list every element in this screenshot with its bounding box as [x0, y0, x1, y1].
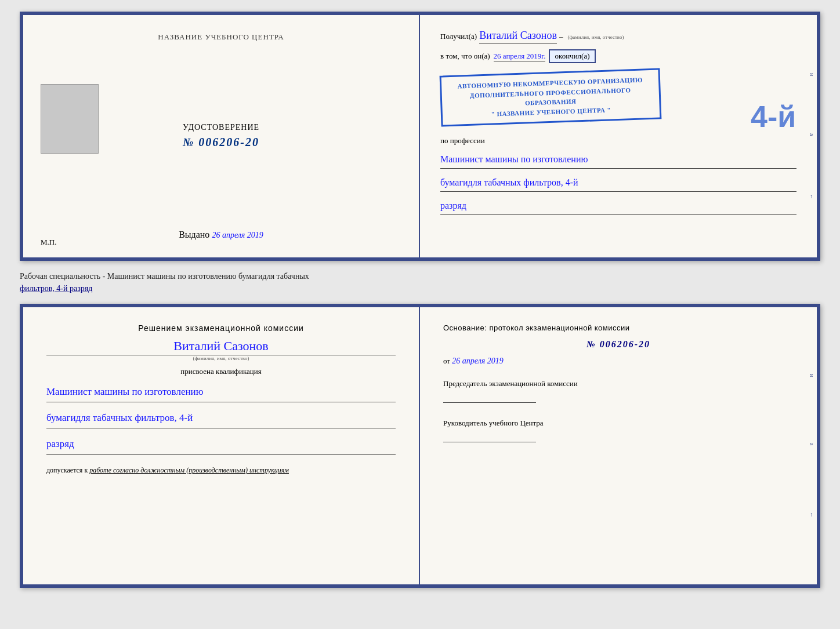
edge-mark-b2: а — [809, 443, 815, 445]
profession-line2-bottom: бумагидля табачных фильтров, 4-й — [46, 408, 396, 428]
right-edge-marks-top: и а ← — [806, 15, 817, 257]
cert-number-top: № 006206-20 — [183, 136, 259, 149]
training-center-title: НАЗВАНИЕ УЧЕБНОГО ЦЕНТРА — [158, 32, 284, 42]
photo-placeholder — [41, 84, 99, 154]
okonchil-box: окончил(а) — [549, 49, 595, 63]
name-handwritten-bottom: Виталий Сазонов — [46, 339, 396, 355]
profession-line1-top: Машинист машины по изготовлению — [440, 151, 796, 169]
poluchil-line: Получил(а) Виталий Сазонов – (фамилия, и… — [440, 30, 796, 43]
ot-date: 26 апреля 2019 — [452, 357, 503, 365]
vydano-label: Выдано — [179, 230, 209, 239]
top-cert-left: НАЗВАНИЕ УЧЕБНОГО ЦЕНТРА УДОСТОВЕРЕНИЕ №… — [23, 15, 420, 257]
edge-mark-2: а — [809, 133, 815, 136]
rukovoditel-label: Руководитель учебного Центра — [443, 418, 794, 442]
top-certificate: НАЗВАНИЕ УЧЕБНОГО ЦЕНТРА УДОСТОВЕРЕНИЕ №… — [20, 12, 820, 261]
bottom-cert-right: Основание: протокол экзаменационной коми… — [420, 307, 817, 584]
fio-label-top: (фамилия, имя, отчество) — [567, 34, 624, 40]
profession-line1-bottom: Машинист машины по изготовлению — [46, 382, 396, 402]
dopuskaetsya-section: допускается к работе согласно должностны… — [46, 466, 396, 475]
bottom-cert-left: Решением экзаменационной комиссии Витали… — [23, 307, 420, 584]
recipient-name-top: Виталий Сазонов — [479, 30, 557, 43]
rukovoditel-signature — [443, 431, 536, 442]
mp-label: М.П. — [41, 238, 56, 247]
top-cert-right: Получил(а) Виталий Сазонов – (фамилия, и… — [420, 15, 817, 257]
dopuskaetsya-prefix: допускается к — [46, 466, 88, 474]
big-number-overlay: 4-й — [751, 99, 796, 134]
stamp-box: АВТОНОМНУЮ НЕКОММЕРЧЕСКУЮ ОРГАНИЗАЦИЮ ДО… — [440, 68, 662, 126]
predsedatel-text: Председатель экзаменационной комиссии — [443, 379, 578, 388]
prisvoena-label: присвоена квалификация — [46, 367, 396, 376]
annotation-text2: фильтров, 4-й разряд — [20, 284, 92, 293]
name-section-bottom: Виталий Сазонов (фамилия, имя, отчество) — [46, 339, 396, 361]
predsedatel-signature — [443, 391, 536, 403]
ot-date-section: от 26 апреля 2019 — [443, 357, 794, 366]
udostoverenie-label: УДОСТОВЕРЕНИЕ — [183, 123, 259, 132]
annotation-section: Рабочая специальность - Машинист машины … — [20, 268, 820, 297]
poluchil-prefix: Получил(а) — [440, 32, 477, 41]
profession-line2-top: бумагидля табачных фильтров, 4-й — [440, 174, 796, 192]
proto-number: № 006206-20 — [443, 339, 794, 350]
annotation-text1: Рабочая специальность - Машинист машины … — [20, 272, 309, 281]
dash-1: – — [559, 32, 563, 41]
edge-mark-b3: ← — [809, 512, 815, 518]
vtom-line: в том, что он(а) 26 апреля 2019г. окончи… — [440, 49, 796, 63]
fio-label-bottom: (фамилия, имя, отчество) — [46, 355, 396, 361]
profession-line3-bottom: разряд — [46, 434, 396, 455]
edge-mark-3: ← — [809, 194, 815, 199]
dopuskaetsya-value: работе согласно должностным (производств… — [89, 466, 289, 474]
vydano-section: Выдано 26 апреля 2019 — [179, 230, 263, 240]
rukovoditel-text: Руководитель учебного Центра — [443, 419, 544, 427]
bottom-certificate: Решением экзаменационной комиссии Витали… — [20, 304, 820, 588]
resheniem-title: Решением экзаменационной комиссии — [46, 323, 396, 333]
predsedatel-label: Председатель экзаменационной комиссии — [443, 379, 794, 403]
right-edge-marks-bottom: и а ← — [806, 307, 817, 584]
vydano-date: 26 апреля 2019 — [212, 231, 263, 239]
vtom-prefix: в том, что он(а) — [440, 52, 490, 61]
edge-mark-b1: и — [809, 374, 815, 377]
ot-prefix: от — [443, 357, 450, 365]
vtom-date: 26 апреля 2019г. — [494, 52, 546, 61]
profession-line3-top: разряд — [440, 198, 796, 215]
edge-mark-1: и — [809, 73, 815, 76]
cert-left-middle: УДОСТОВЕРЕНИЕ № 006206-20 — [183, 123, 259, 149]
po-professii: по профессии — [440, 136, 796, 146]
osnovaniye-title: Основание: протокол экзаменационной коми… — [443, 323, 794, 332]
